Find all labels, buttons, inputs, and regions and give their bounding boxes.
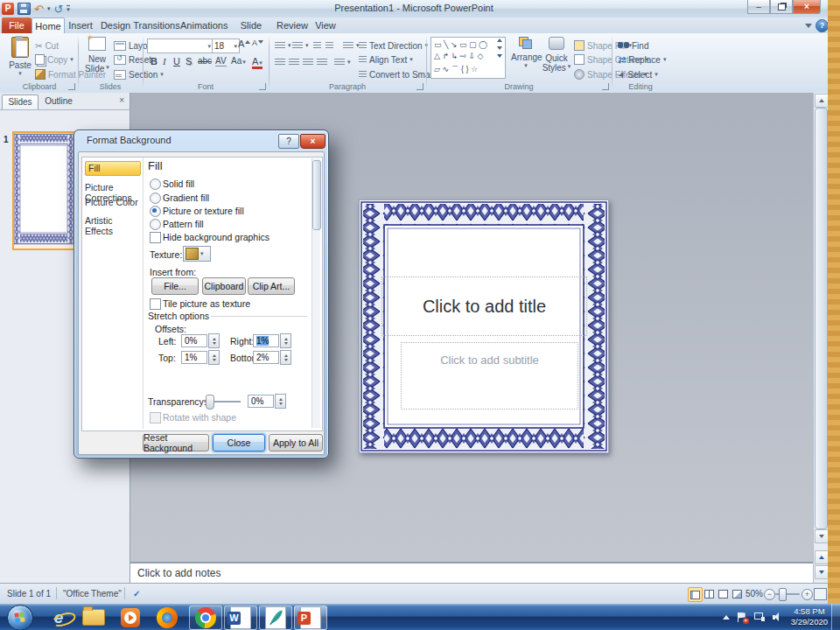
bold-button[interactable]: B xyxy=(150,56,158,66)
tab-slide-show[interactable]: Slide Show xyxy=(228,18,275,33)
bottom-offset-input[interactable]: 2% xyxy=(253,351,279,364)
notes-pane[interactable]: Click to add notes xyxy=(130,562,813,583)
zoom-in-button[interactable]: + xyxy=(802,589,813,600)
minimize-button[interactable]: – xyxy=(747,0,770,14)
gallery-up-icon[interactable] xyxy=(497,38,502,42)
powerpoint-taskbar-button[interactable]: P xyxy=(294,606,327,630)
tab-view[interactable]: View xyxy=(310,18,341,33)
scrollbar-thumb[interactable] xyxy=(815,108,828,529)
hide-background-checkbox[interactable] xyxy=(150,232,161,243)
italic-button[interactable]: I xyxy=(163,56,166,66)
gradient-fill-label[interactable]: Gradient fill xyxy=(163,192,209,203)
normal-view-button[interactable] xyxy=(688,587,703,602)
gallery-down-icon[interactable] xyxy=(497,46,502,50)
paste-button[interactable]: Paste ▾ xyxy=(7,37,33,77)
strikethrough-button[interactable]: abc xyxy=(198,56,212,66)
scroll-down-button[interactable] xyxy=(815,529,829,543)
gradient-fill-radio[interactable] xyxy=(150,192,161,204)
tab-outline[interactable]: Outline xyxy=(38,94,79,108)
font-size-combo[interactable]: 18▾ xyxy=(212,38,240,53)
firefox-icon[interactable] xyxy=(154,606,180,628)
solid-fill-radio[interactable] xyxy=(150,178,161,190)
copy-button[interactable]: Copy ▾ xyxy=(35,53,74,66)
tile-picture-checkbox[interactable] xyxy=(150,298,161,310)
zoom-level[interactable]: 50% xyxy=(746,589,763,598)
file-explorer-icon[interactable] xyxy=(80,606,107,628)
next-slide-button[interactable] xyxy=(815,565,829,579)
font-color-button[interactable]: A▾ xyxy=(252,56,262,69)
taskbar-clock[interactable]: 4:58 PM 3/29/2020 xyxy=(791,606,828,627)
section-button[interactable]: Section ▾ xyxy=(114,68,164,80)
align-right-button[interactable] xyxy=(303,56,313,68)
spellcheck-icon[interactable]: ✓ xyxy=(133,589,140,598)
paragraph-dialog-launcher[interactable] xyxy=(416,83,424,90)
left-offset-input[interactable]: 0% xyxy=(181,334,207,347)
top-offset-spinner[interactable] xyxy=(208,350,220,365)
tab-insert[interactable]: Insert xyxy=(65,18,96,33)
top-offset-input[interactable]: 1% xyxy=(181,351,207,364)
file-button[interactable]: File... xyxy=(151,277,199,295)
gallery-more-icon[interactable] xyxy=(497,54,502,58)
dialog-scrollbar-thumb[interactable] xyxy=(312,160,321,230)
align-center-button[interactable] xyxy=(289,56,299,68)
network-icon[interactable] xyxy=(754,612,765,621)
change-case-button[interactable]: Aa▾ xyxy=(231,56,246,66)
help-icon[interactable]: ? xyxy=(816,19,829,32)
cut-button[interactable]: ✂ Cut xyxy=(35,39,59,52)
media-player-icon[interactable] xyxy=(117,606,144,628)
reset-button[interactable]: Reset xyxy=(114,53,151,66)
show-hidden-icons-button[interactable] xyxy=(723,615,730,620)
drawing-dialog-launcher[interactable] xyxy=(602,83,609,90)
dialog-help-button[interactable]: ? xyxy=(278,134,299,149)
tab-slides[interactable]: Slides xyxy=(2,94,38,109)
start-button[interactable] xyxy=(7,605,33,630)
internet-explorer-icon[interactable]: e xyxy=(46,606,72,628)
minimize-ribbon-icon[interactable] xyxy=(805,24,812,28)
transparency-spinner[interactable] xyxy=(275,394,286,409)
feather-app-taskbar-button[interactable] xyxy=(259,606,292,630)
reset-background-button[interactable]: Reset Background xyxy=(143,434,209,452)
left-offset-spinner[interactable] xyxy=(208,333,220,348)
zoom-slider-thumb[interactable] xyxy=(779,588,787,601)
restore-button[interactable] xyxy=(770,0,793,14)
clipboard-button[interactable]: Clipboard xyxy=(202,277,246,295)
shrink-font-button[interactable]: A xyxy=(252,38,263,47)
increase-indent-button[interactable] xyxy=(326,39,333,52)
text-shadow-button[interactable]: S xyxy=(186,56,192,66)
dialog-scrollbar[interactable] xyxy=(312,158,320,428)
arrange-button[interactable]: Arrange ▾ xyxy=(511,37,541,69)
right-offset-spinner[interactable] xyxy=(280,333,291,348)
slide-thumbnail[interactable] xyxy=(12,131,79,250)
solid-fill-label[interactable]: Solid fill xyxy=(163,178,194,189)
title-placeholder[interactable]: Click to add title xyxy=(382,276,587,336)
shapes-gallery-scroll[interactable] xyxy=(497,38,502,58)
show-desktop-button[interactable] xyxy=(831,604,840,630)
columns-button[interactable]: ▾ xyxy=(334,56,351,68)
nav-picture-color[interactable]: Picture Color xyxy=(85,197,139,207)
close-button-dialog[interactable]: Close xyxy=(213,434,265,452)
tile-picture-label[interactable]: Tile picture as texture xyxy=(163,298,250,309)
grow-font-button[interactable]: A xyxy=(238,38,250,49)
character-spacing-button[interactable]: AV xyxy=(215,56,227,66)
underline-button[interactable]: U xyxy=(173,56,180,66)
tab-review[interactable]: Review xyxy=(275,18,310,33)
shapes-gallery[interactable]: ▭ ╲ ↘ ▭ ▢ ◯ △ ↱ ↳ ⇨ ⇩ ◇ ▱ ∿ ⌒ { } ☆ xyxy=(430,37,506,79)
tab-animations[interactable]: Animations xyxy=(180,18,228,33)
tab-home[interactable]: Home xyxy=(32,18,65,34)
scroll-up-button[interactable] xyxy=(815,94,829,108)
texture-dropdown[interactable]: ▾ xyxy=(183,246,211,262)
new-slide-button[interactable]: ✶ New Slide▾ xyxy=(82,37,112,74)
pattern-fill-label[interactable]: Pattern fill xyxy=(163,219,204,229)
pattern-fill-radio[interactable] xyxy=(150,219,161,230)
quick-styles-button[interactable]: Quick Styles▾ xyxy=(542,37,570,73)
theme-name[interactable]: "Office Theme" xyxy=(63,589,122,598)
slide-canvas[interactable]: Click to add title Click to add subtitle xyxy=(359,200,609,453)
right-offset-input[interactable]: 1% xyxy=(253,334,279,347)
align-left-button[interactable] xyxy=(275,56,285,68)
clipart-button[interactable]: Clip Art... xyxy=(248,277,295,295)
tab-transitions[interactable]: Transitions xyxy=(133,18,180,33)
hide-background-label[interactable]: Hide background graphics xyxy=(163,232,270,242)
line-spacing-button[interactable]: ▾ xyxy=(343,39,360,52)
replace-button[interactable]: ⇄ Replace▾ xyxy=(618,53,666,66)
word-taskbar-button[interactable]: W xyxy=(224,606,257,630)
